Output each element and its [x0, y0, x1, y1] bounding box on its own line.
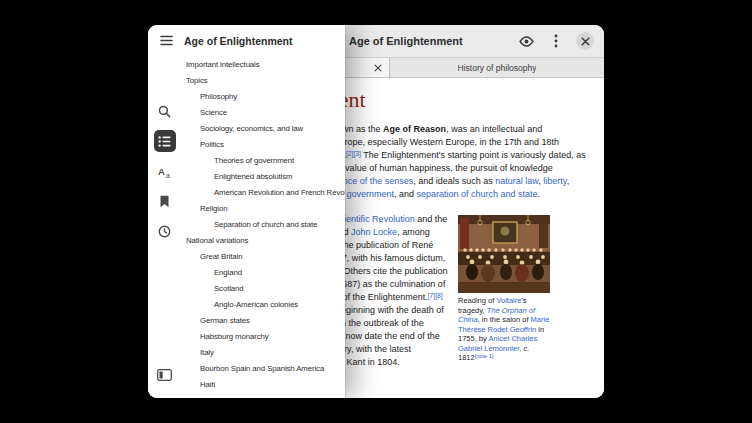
text-segment: 1812 [458, 353, 475, 362]
text-segment: c. [523, 344, 529, 353]
search-icon[interactable] [154, 100, 176, 122]
header-actions [516, 31, 594, 51]
toc-item[interactable]: England [181, 265, 345, 281]
text-segment: , in the salon of [478, 315, 531, 324]
toc-item[interactable]: Sociology, economics, and law [181, 121, 345, 137]
toc-item[interactable]: Italy [181, 345, 345, 361]
toc-item[interactable]: Politics [181, 137, 345, 153]
table-of-contents: Important intellectuals Topics Philosoph… [181, 56, 345, 398]
tab-history-of-philosophy[interactable]: History of philosophy [390, 58, 604, 77]
sidebar-panel: Age of Enlightenment Aa [148, 25, 345, 398]
toc-item[interactable]: Haiti [181, 377, 345, 393]
text-segment: , and ideals such as [413, 176, 495, 186]
toc-item[interactable]: German states [181, 313, 345, 329]
figure-caption: Reading of Voltaire's tragedy, The Orpha… [458, 296, 550, 363]
toc-item[interactable]: American Revolution and French Revolutio… [181, 185, 345, 201]
wiki-link[interactable]: Scientific Revolution [334, 214, 415, 224]
toc-item[interactable]: Habsburg monarchy [181, 329, 345, 345]
toc-item[interactable]: Separation of church and state [181, 217, 345, 233]
text-segment: . [538, 189, 541, 199]
text-segment: Reading of [458, 296, 496, 305]
wiki-link[interactable]: Voltaire [496, 296, 521, 305]
toc-item[interactable]: Science [181, 105, 345, 121]
svg-text:a: a [166, 171, 170, 178]
sidebar-body: Aa Important intellectu [148, 56, 345, 398]
page-title: Age of Enlightenment [349, 35, 463, 47]
hamburger-menu-icon[interactable] [157, 32, 175, 50]
toggle-sidebar-icon[interactable] [154, 364, 176, 386]
desktop-background: Age of Enlightenment [0, 0, 752, 423]
sidebar-header: Age of Enlightenment [148, 25, 345, 56]
reference-link[interactable]: [note 1] [475, 353, 494, 359]
text-segment: Age of Reason [383, 124, 446, 134]
wiki-link[interactable]: separation of church and state [417, 189, 538, 199]
toc-item[interactable]: Philosophy [181, 89, 345, 105]
toc-item[interactable]: Religion [181, 201, 345, 217]
toc-item[interactable]: Theories of government [181, 153, 345, 169]
wiki-link[interactable]: natural law [495, 176, 538, 186]
toc-item[interactable]: Topics [181, 73, 345, 89]
toc-item[interactable]: Great Britain [181, 249, 345, 265]
salon-painting-image[interactable] [458, 215, 550, 293]
contents-list-icon[interactable] [154, 130, 176, 152]
eye-icon[interactable] [516, 31, 536, 51]
bookmarks-icon[interactable] [154, 190, 176, 212]
toc-item[interactable]: Important intellectuals [181, 57, 345, 73]
toc-item[interactable]: Anglo-American colonies [181, 297, 345, 313]
svg-text:A: A [158, 165, 165, 176]
text-segment: , [567, 176, 570, 186]
toc-item[interactable]: Scotland [181, 281, 345, 297]
toc-item[interactable]: Enlightened absolutism [181, 169, 345, 185]
text-segment: , and [394, 189, 417, 199]
app-window: Age of Enlightenment [148, 25, 604, 398]
toc-item[interactable]: National variations [181, 233, 345, 249]
article-figure: Reading of Voltaire's tragedy, The Orpha… [458, 215, 550, 363]
history-clock-icon[interactable] [154, 220, 176, 242]
tab-label: History of philosophy [458, 63, 537, 73]
tab-close-icon[interactable] [374, 64, 382, 72]
view-switcher-rail: Aa [148, 56, 181, 398]
languages-icon[interactable]: Aa [154, 160, 176, 182]
sidebar-title: Age of Enlightenment [184, 35, 293, 47]
close-window-icon[interactable] [576, 32, 594, 50]
wiki-link[interactable]: John Locke [351, 227, 397, 237]
wiki-link[interactable]: liberty [543, 176, 566, 186]
toc-item[interactable]: Bourbon Spain and Spanish America [181, 361, 345, 377]
reference-link[interactable]: [2][3] [346, 150, 361, 157]
menu-kebab-icon[interactable] [546, 31, 566, 51]
